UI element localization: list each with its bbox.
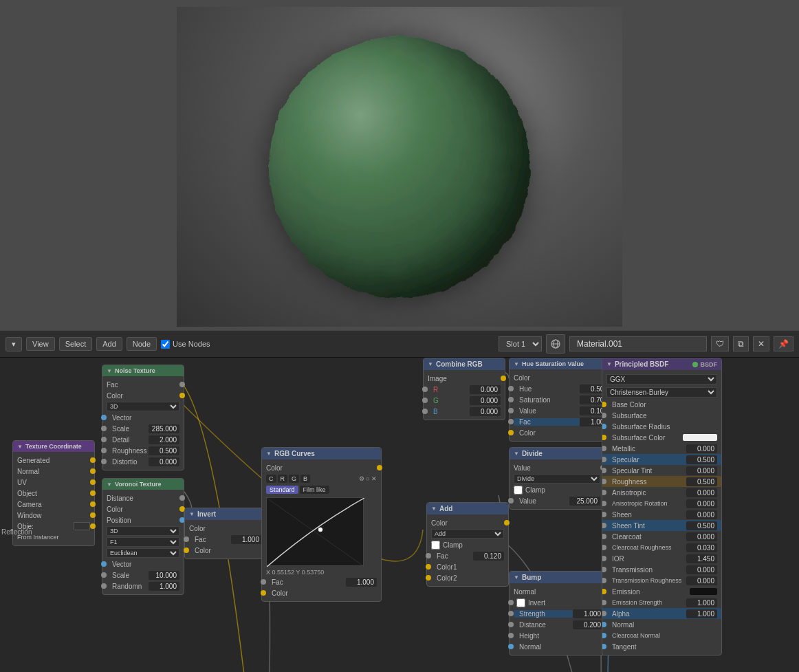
voronoi-position-row: Position	[102, 514, 184, 525]
emission-strength-value[interactable]: 1.000	[686, 598, 717, 607]
slot-select[interactable]: Slot 1	[499, 336, 542, 351]
divide-val-value[interactable]: 25.000	[569, 497, 600, 506]
rgb-curves-fac-value[interactable]: 1.000	[346, 578, 377, 587]
curve-tab-b[interactable]: B	[300, 475, 310, 483]
noise-roughness-value[interactable]: 0.500	[149, 446, 179, 455]
add-fac-value[interactable]: 0.120	[473, 552, 504, 561]
curve-extra-icons: ⚙ ○ ✕	[359, 475, 377, 482]
subsurface-color-swatch[interactable]	[683, 434, 717, 441]
obj-color-field[interactable]	[74, 522, 90, 530]
add-op-select[interactable]: Add	[431, 529, 504, 539]
bump-height-row: Height	[510, 630, 608, 641]
divide-op-row: Divide	[510, 473, 604, 484]
transmission-value[interactable]: 0.000	[686, 565, 717, 574]
select-button[interactable]: Select	[59, 337, 93, 351]
voronoi-f1-select[interactable]: F1	[107, 537, 179, 547]
voronoi-euclidean-select[interactable]: Euclidean	[107, 548, 179, 558]
invert-fac-value[interactable]: 1.000	[231, 535, 262, 544]
divide-clamp-checkbox[interactable]	[514, 486, 523, 495]
node-button[interactable]: Node	[127, 337, 157, 351]
clearcoat-value[interactable]: 0.000	[686, 532, 717, 541]
add-color-out-socket	[504, 520, 510, 525]
noise-3d-row: 3D	[102, 401, 184, 412]
clearcoat-roughness-value[interactable]: 0.030	[686, 543, 717, 552]
voronoi-dimension-select[interactable]: 3D	[107, 526, 179, 536]
add-clamp-checkbox[interactable]	[431, 541, 440, 550]
specular-row: Specular 0.500	[602, 454, 721, 465]
close-button[interactable]: ✕	[753, 336, 769, 351]
hue-sat-in-socket	[508, 397, 514, 402]
combine-r-value[interactable]: 0.000	[470, 385, 501, 394]
anisotropic-rot-value[interactable]: 0.000	[686, 499, 717, 508]
bump-distance-value[interactable]: 0.200	[573, 620, 604, 629]
emission-strength-row: Emission Strength 1.000	[602, 597, 721, 608]
hue-title: Hue Saturation Value	[522, 360, 584, 367]
voronoi-scale-value[interactable]: 10.000	[149, 571, 179, 580]
generated-socket	[90, 457, 96, 463]
pin-button[interactable]: 📌	[774, 336, 793, 351]
add-color2-in-socket	[426, 575, 431, 581]
add-title: Add	[439, 505, 452, 512]
sheen-row: Sheen 0.000	[602, 509, 721, 520]
roughness-value[interactable]: 0.500	[686, 477, 717, 486]
emission-color-swatch[interactable]	[690, 588, 717, 595]
ggx-select[interactable]: GGX	[606, 374, 717, 384]
subsurface-radius-row: Subsurface Radius	[602, 421, 721, 432]
curve-tab-g[interactable]: G	[289, 475, 299, 483]
combine-b-value[interactable]: 0.000	[470, 407, 501, 416]
curve-display[interactable]	[266, 497, 364, 566]
tangent-row: Tangent	[602, 641, 721, 652]
view-button[interactable]: View	[26, 337, 55, 351]
use-nodes-toggle[interactable]: Use Nodes	[161, 340, 210, 349]
transmission-roughness-value[interactable]: 0.000	[686, 576, 717, 585]
alpha-value[interactable]: 1.000	[686, 609, 717, 618]
bump-invert-row: Invert	[510, 597, 608, 608]
use-nodes-checkbox[interactable]	[161, 340, 170, 349]
voronoi-title: Voronoi Texture	[115, 481, 162, 488]
add-button[interactable]: Add	[96, 337, 122, 351]
noise-roughness-row: Roughness 0.500	[102, 445, 184, 456]
copy-button[interactable]: ⧉	[733, 336, 749, 351]
bump-strength-value[interactable]: 1.000	[573, 609, 604, 618]
anisotropic-value[interactable]: 0.000	[686, 488, 717, 497]
principled-header: ▼ Principled BSDF BSDF	[602, 358, 721, 370]
sheen-tint-value[interactable]: 0.500	[686, 521, 717, 530]
node-editor: ▼ Texture Coordinate Generated Normal UV…	[0, 358, 799, 672]
metallic-value[interactable]: 0.000	[686, 444, 717, 453]
curve-tab-r[interactable]: R	[278, 475, 288, 483]
alpha-row: Alpha 1.000	[602, 608, 721, 619]
add-color-out-row: Color	[427, 517, 508, 528]
divide-op-select[interactable]: Divide	[514, 474, 600, 484]
principled-bsdf-out-socket	[692, 362, 698, 367]
combine-g-value[interactable]: 0.000	[470, 396, 501, 405]
noise-detail-value[interactable]: 2.000	[149, 435, 179, 444]
bump-invert-checkbox[interactable]	[516, 598, 525, 607]
rgb-curves-color-out-socket	[377, 465, 382, 470]
ior-value[interactable]: 1.450	[686, 554, 717, 563]
rgb-curves-fac-in-socket	[261, 579, 266, 585]
shield-button[interactable]: 🛡	[711, 336, 729, 351]
noise-roughness-in-socket	[101, 448, 107, 453]
noise-dimension-select[interactable]: 3D	[107, 402, 179, 411]
curve-tab-c[interactable]: C	[266, 475, 276, 483]
film-tab[interactable]: Film like	[300, 486, 329, 494]
globe-icon[interactable]	[546, 334, 565, 354]
material-name-input[interactable]	[569, 336, 707, 351]
specular-tint-value[interactable]: 0.000	[686, 466, 717, 475]
combine-b-row: B 0.000	[424, 406, 505, 417]
voronoi-random-in-socket	[101, 583, 107, 589]
rgb-curves-color-out-row: Color	[262, 462, 381, 473]
sheen-value[interactable]: 0.000	[686, 510, 717, 519]
noise-distortion-value[interactable]: 0.000	[149, 457, 179, 466]
editor-type-dropdown[interactable]: ▾	[6, 337, 22, 351]
divide-val-in-socket	[508, 498, 514, 503]
standard-tab[interactable]: Standard	[266, 486, 298, 494]
christensen-select[interactable]: Christensen-Burley	[606, 387, 717, 398]
transmission-roughness-row: Transmission Roughness 0.000	[602, 575, 721, 586]
noise-scale-value[interactable]: 285.000	[149, 424, 179, 433]
specular-value[interactable]: 0.500	[686, 455, 717, 464]
add-header: ▼ Add	[427, 503, 508, 514]
hue-val-in-socket	[508, 408, 514, 413]
voronoi-random-value[interactable]: 1.000	[149, 582, 179, 591]
noise-texture-node: ▼ Noise Texture Fac Color 3D Vector	[102, 365, 184, 470]
